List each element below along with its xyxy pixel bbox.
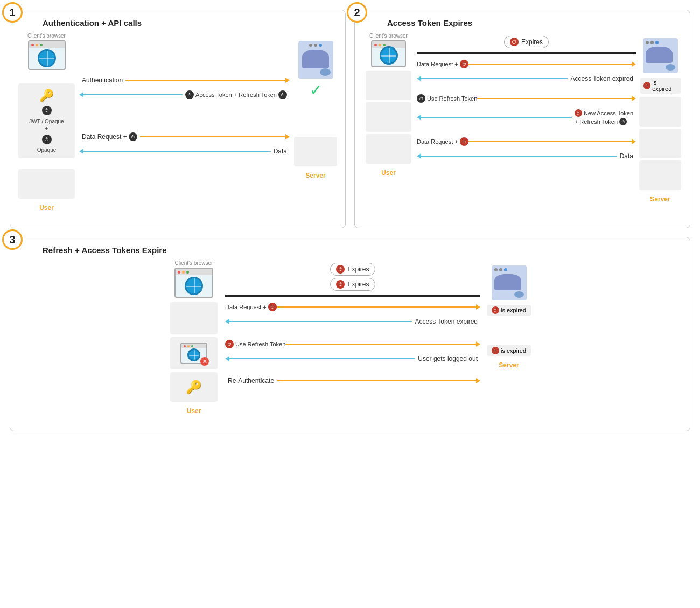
d2-server-block2 [639,129,681,158]
d2-data-req-line [468,64,632,65]
d1-arrows-col: Authentication ⏱ Access Token + Refresh … [75,33,294,212]
d1-data-block [18,169,75,199]
diagram2-title: Access Token Expires [387,18,682,27]
d3-block3: 🔑 [170,372,218,402]
d2-server-col: ⏱ is expired Server [639,33,682,203]
d2-user-col: Client's browser User [363,33,414,203]
d3-reauth-label: Re-Authenticate [228,377,274,385]
d1-refresh-icon: ⏱ [42,135,52,144]
diagram3-number: 3 [2,229,23,250]
d3-data-req-line [277,306,476,308]
d2-new-tokens-row: ⏱ New Access Token + Refresh Token ⏱ [417,109,636,125]
d2-new-tokens-label: ⏱ New Access Token + Refresh Token ⏱ [575,109,633,125]
d2-access-token-icon: ⏱ [460,60,468,68]
d3-browser-x-icon: ✕ [180,343,207,364]
d1-auth-arrow-row: Authentication [79,76,290,84]
d1-check-icon: ✓ [310,81,322,99]
d2-divider [417,52,636,54]
d1-client-browser-label: Client's browser [27,33,66,39]
d3-expires1-text: Expires [347,265,369,273]
d1-tokens-arrowhead [79,92,83,97]
d3-data-req-label: Data Request + ⏱ [225,303,277,311]
d2-refresh-icon: ⏱ [417,94,425,103]
d1-tokens-arrow-row: ⏱ Access Token + Refresh Token ⏱ [79,90,290,99]
diagram3-box: 3 Refresh + Access Tokens Expire Client'… [10,237,690,431]
d1-data-arrow-row: Data [79,148,290,155]
d3-expired-label: Access Token expired [415,318,478,325]
d3-divider [225,295,480,297]
d3-use-refresh-line [285,344,476,345]
d2-new-tokens-line [421,117,572,118]
d3-key-icon: 🔑 [186,380,202,395]
d1-user-col: Client's browser 🔑 [18,33,75,212]
d2-expires-badge-row: ⏱ Expires [417,36,636,48]
d1-data-line [83,151,271,152]
diagram1-title: Authentication + API calls [43,18,337,27]
d3-expired-row: Access Token expired [225,318,480,325]
d2-data-req2-label: Data Request + ⏱ [417,137,468,146]
d2-data-req-label: Data Request + ⏱ [417,60,468,68]
d2-data-req-arrowhead [632,61,636,67]
d1-access-icon: ⏱ [42,106,52,115]
d2-server-block3 [639,160,681,190]
d2-data-req2-line [468,141,632,142]
d2-server-block1 [639,97,681,127]
d1-jwt-label: JWT / Opaque + [29,118,64,132]
d2-data-arrowhead [417,153,421,159]
d3-access-token-icon: ⏱ [268,303,277,311]
diagram1-box: 1 Authentication + API calls Client's br… [10,10,346,228]
d2-block3 [366,134,411,164]
d2-data-req2-icon: ⏱ [460,137,468,146]
d1-data-req-line [140,136,285,137]
d3-use-refresh-row: ⏱ Use Refresh Token [225,340,480,348]
d3-expires-badges: ⏱ Expires ⏱ Expires [225,263,480,291]
d3-wrap: Client's browser [18,260,682,415]
d3-block1 [170,302,218,334]
d2-block2 [366,102,411,132]
d3-expires-badge2: ⏱ Expires [330,278,375,291]
d3-main-row: Client's browser [167,260,533,415]
d3-reauth-row: Re-Authenticate [225,377,480,385]
d2-server-label: Server [650,195,670,203]
d2-server-icon [643,38,678,73]
d2-expires-text: Expires [521,38,543,46]
page-container: 1 Authentication + API calls Client's br… [0,0,700,441]
d1-data-req-arrowhead [285,134,290,139]
d2-expired-line [421,78,568,79]
d3-expires2-text: Expires [347,281,369,288]
d2-expires-badge: ⏱ Expires [504,36,549,48]
d2-client-label: Client's browser [369,33,408,39]
d3-expired-text1: is expired [501,307,526,313]
d3-expired-line [229,321,412,322]
d3-arrows-col: ⏱ Expires ⏱ Expires [221,260,485,415]
d1-tokens-line [83,94,183,95]
d2-expired-row: Access Token expired [417,75,636,82]
d2-expired-arrowhead [417,76,421,81]
d2-block1 [366,71,411,100]
d2-data-line [421,156,617,157]
d3-server-col: ⏱ is expired ⏱ is expired Server [485,260,533,415]
d3-inner: Client's browser [167,260,533,415]
d2-expired-text: is expired [652,79,677,92]
d3-logged-out-arrowhead [225,356,229,361]
d3-x-badge: ✕ [200,357,209,366]
d2-use-refresh-label: ⏱ Use Refresh Token [417,94,477,103]
d2-expires-icon: ⏱ [510,38,519,46]
d1-opaque-label: Opaque [37,147,57,153]
d3-use-refresh-arrowhead [476,341,480,347]
d1-tokens-label: ⏱ Access Token + Refresh Token ⏱ [185,90,287,99]
d3-user-col: Client's browser [167,260,221,415]
d3-client-label: Client's browser [175,260,213,266]
d3-data-req-row: Data Request + ⏱ [225,303,480,311]
d2-new-refresh-icon: ⏱ [619,118,627,125]
d3-use-refresh-label: ⏱ Use Refresh Token [225,340,285,348]
diagram2-number: 2 [347,2,367,23]
d1-data-arrowhead [79,149,83,154]
d3-access-expires-icon: ⏱ [336,265,345,274]
d3-logged-out-line [229,358,415,359]
d1-user-label: User [39,204,54,212]
d3-reauth-arrowhead [476,378,480,383]
d2-data-req-row: Data Request + ⏱ [417,60,636,68]
d2-new-tokens-arrowhead [417,115,421,120]
d1-access-token: ⏱ [42,106,52,115]
